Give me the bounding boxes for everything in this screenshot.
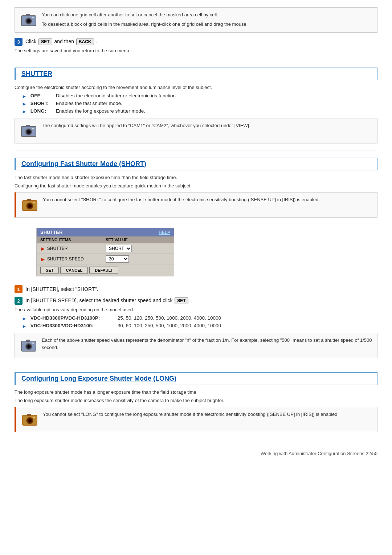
top-note-line2: To deselect a block of grid cells in the…	[42, 21, 248, 28]
long-exposure-line1: The long exposure shutter mode has a lon…	[15, 389, 377, 395]
model-list: ► VDC-HD3300P/VDC-HD3100P: 25, 50, 120, …	[22, 315, 377, 329]
panel-table-header: SETTING ITEMS SET VALUE	[37, 236, 174, 243]
model-value-1: 30, 60, 100, 250, 500, 1000, 2000, 4000,…	[118, 323, 221, 328]
panel-set-button[interactable]: SET	[40, 267, 59, 274]
step3-text: Click SET and then BACK .	[25, 39, 97, 45]
panel-title-bar: SHUTTER HELP	[37, 228, 174, 236]
fast-step2-section: 2 In [SHUTTER SPEED], select the desired…	[15, 297, 377, 329]
step3-click-label: Click	[25, 39, 36, 44]
panel-default-button[interactable]: DEFAULT	[89, 267, 118, 274]
fast-step1-text: In [SHUTTER], select "SHORT".	[25, 286, 98, 292]
step3-badge: 3	[15, 38, 23, 46]
step3-back-btn: BACK	[76, 39, 94, 45]
fast-step2-label: In [SHUTTER SPEED], select the desired s…	[25, 297, 172, 303]
speed-row-label: SHUTTER SPEED	[47, 256, 84, 262]
panel-cell-shutter-value: SHORT OFF LONG	[102, 243, 174, 254]
model-arrow-1: ►	[22, 323, 27, 329]
arrow-icon-long: ►	[22, 109, 27, 114]
footer: Working with Administrator Configuration…	[15, 447, 377, 456]
shutter-title: SHUTTER	[21, 70, 52, 78]
fast-step2-badge: 2	[15, 297, 23, 305]
svg-rect-5	[32, 17, 34, 18]
long-exposure-title: Configuring Long Exposure Shutter Mode (…	[21, 375, 176, 382]
note2-icon	[20, 337, 37, 354]
fast-shutter-line1: The fast shutter mode has a shorter expo…	[15, 175, 377, 180]
model-label-0: VDC-HD3300P/VDC-HD3100P:	[30, 315, 114, 321]
col1-header: SETTING ITEMS	[37, 236, 102, 243]
step3-sub: The settings are saved and you return to…	[15, 48, 377, 53]
panel-help-link[interactable]: HELP	[159, 230, 170, 235]
label-short: SHORT:	[30, 101, 52, 106]
svg-rect-1	[26, 14, 30, 16]
panel-cell-shutter-label: ► SHUTTER	[37, 243, 102, 254]
speed-row-arrow-cell: ► SHUTTER SPEED	[40, 256, 98, 262]
fast-step1-section: 1 In [SHUTTER], select "SHORT".	[15, 285, 377, 293]
shutter-intro: Configure the electronic shutter accordi…	[15, 85, 377, 90]
desc-off: Disables the electronic shutter or elect…	[56, 93, 177, 98]
top-note-box: You can click one grid cell after anothe…	[15, 7, 377, 33]
panel-cell-speed-value: 30 25 50 60 100 120 250 500 1000 2000 40…	[102, 254, 174, 264]
shutter-select[interactable]: SHORT OFF LONG	[106, 245, 132, 252]
model-arrow-0: ►	[22, 316, 27, 321]
shutter-row-label: SHUTTER	[47, 246, 68, 251]
panel-table: SETTING ITEMS SET VALUE ► SHUTTER SHORT	[37, 236, 174, 264]
shutter-ui-panel: SHUTTER HELP SETTING ITEMS SET VALUE ► S…	[36, 228, 174, 276]
svg-point-22	[28, 345, 30, 348]
long-exposure-warn-icon	[21, 411, 38, 428]
label-long: LONG:	[30, 108, 52, 114]
shutter-row-arrow: ►	[40, 246, 46, 252]
model-item-1: ► VDC-HD3300/VDC-HD3100: 30, 60, 100, 25…	[22, 323, 377, 329]
panel-buttons: SET CANCEL DEFAULT	[37, 264, 174, 276]
panel-cancel-button[interactable]: CANCEL	[60, 267, 88, 274]
arrow-icon-off: ►	[22, 93, 27, 99]
divider2	[15, 150, 377, 150]
svg-rect-7	[26, 125, 30, 127]
step3-and-then: and then	[54, 39, 74, 44]
fast-step2-sub: The available options vary depending on …	[15, 307, 377, 312]
fast-shutter-warn-text: You cannot select "SHORT" to configure t…	[43, 196, 320, 203]
shutter-row-arrow-cell: ► SHUTTER	[40, 246, 98, 252]
fast-step1-badge: 1	[15, 285, 23, 293]
step3-period: .	[96, 39, 97, 44]
fast-shutter-header: Configuring Fast Shutter Mode (SHORT)	[15, 158, 377, 170]
svg-rect-17	[33, 202, 35, 203]
fast-step2-row: 2 In [SHUTTER SPEED], select the desired…	[15, 297, 377, 305]
long-exposure-warn-box: You cannot select "LONG" to configure th…	[15, 407, 377, 432]
desc-short: Enables the fast shutter mode.	[56, 101, 122, 106]
long-exposure-line2: The long exposure shutter mode increases…	[15, 398, 377, 403]
fast-step1-row: 1 In [SHUTTER], select "SHORT".	[15, 285, 377, 293]
label-off: OFF:	[30, 93, 52, 98]
long-exposure-warn-text: You cannot select "LONG" to configure th…	[43, 411, 339, 418]
fast-shutter-title: Configuring Fast Shutter Mode (SHORT)	[21, 160, 146, 168]
shutter-item-long: ► LONG: Enables the long exposure shutte…	[22, 108, 377, 114]
arrow-icon-short: ►	[22, 101, 27, 107]
shutter-note-text: The configured settings will be applied …	[42, 122, 250, 129]
shutter-section-header: SHUTTER	[15, 68, 377, 80]
fast-shutter-line2: Configuring the fast shutter mode enable…	[15, 183, 377, 189]
svg-point-16	[29, 205, 31, 207]
svg-rect-13	[27, 199, 31, 201]
col2-header: SET VALUE	[102, 236, 174, 243]
panel-cell-speed-label: ► SHUTTER SPEED	[37, 254, 102, 264]
shutter-note-icon	[20, 122, 37, 139]
model-item-0: ► VDC-HD3300P/VDC-HD3100P: 25, 50, 120, …	[22, 315, 377, 321]
note2-text: Each of the above shutter speed values r…	[42, 337, 372, 351]
fast-step2-set-btn: SET	[175, 297, 188, 304]
step3-row: 3 Click SET and then BACK .	[15, 38, 377, 46]
svg-rect-23	[32, 343, 34, 344]
svg-rect-29	[33, 417, 35, 418]
fast-step2-text: In [SHUTTER SPEED], select the desired s…	[25, 297, 192, 304]
shutter-item-off: ► OFF: Disables the electronic shutter o…	[22, 93, 377, 99]
fast-step2-period: .	[191, 297, 192, 303]
divider3	[15, 365, 377, 365]
speed-row-arrow: ►	[40, 256, 46, 262]
note2-box: Each of the above shutter speed values r…	[15, 333, 377, 358]
shutter-bullet-list: ► OFF: Disables the electronic shutter o…	[22, 93, 377, 114]
fast-shutter-warn-icon	[21, 196, 38, 214]
speed-select[interactable]: 30 25 50 60 100 120 250 500 1000 2000 40…	[106, 255, 129, 263]
svg-point-28	[29, 420, 31, 422]
model-label-1: VDC-HD3300/VDC-HD3100:	[30, 323, 114, 328]
top-note-line1: You can click one grid cell after anothe…	[42, 11, 248, 19]
long-exposure-header: Configuring Long Exposure Shutter Mode (…	[15, 372, 377, 385]
shutter-note-box: The configured settings will be applied …	[15, 118, 377, 143]
